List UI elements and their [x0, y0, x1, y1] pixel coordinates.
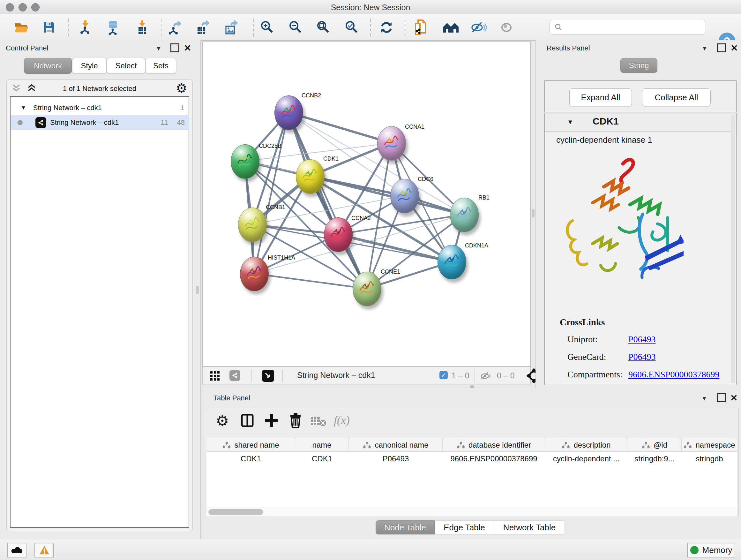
toolbar-search[interactable]	[549, 20, 706, 35]
table-cell[interactable]: P06493	[349, 452, 443, 466]
network-node-hist1h1a[interactable]	[240, 257, 269, 291]
open-session-button[interactable]	[13, 18, 30, 37]
table-cell[interactable]: stringdb	[682, 452, 737, 466]
search-input[interactable]	[566, 22, 701, 32]
network-type-icon[interactable]	[229, 370, 240, 381]
import-network-file-button[interactable]	[77, 18, 94, 37]
tab-network[interactable]: Network	[24, 58, 72, 74]
tab-string[interactable]: String	[620, 58, 657, 73]
control-panel-title: Control Panel	[6, 44, 48, 52]
export-table-button[interactable]	[194, 18, 212, 37]
warnings-button[interactable]	[35, 543, 54, 557]
zoom-in-button[interactable]	[258, 18, 276, 37]
save-session-button[interactable]	[40, 18, 58, 37]
main-toolbar: ?	[0, 14, 741, 41]
export-network-button[interactable]	[166, 18, 184, 37]
results-scrollbar[interactable]	[731, 115, 735, 383]
tab-style[interactable]: Style	[72, 58, 107, 74]
refresh-view-button[interactable]	[378, 18, 395, 37]
close-panel-icon[interactable]: ✕	[184, 43, 191, 53]
import-network-database-button[interactable]	[104, 18, 122, 37]
network-node-cdk1[interactable]	[296, 159, 325, 194]
network-canvas[interactable]: CCNB2CCNA1CDC25BCDK1CDC6RB1CCNB1CCNA2CDK…	[202, 42, 531, 367]
network-node-cdc6[interactable]	[390, 179, 419, 213]
table-options-gear-icon[interactable]: ⚙	[216, 412, 229, 429]
delete-table-icon	[310, 416, 327, 427]
network-options-gear-icon[interactable]: ⚙	[176, 81, 187, 96]
import-table-file-button[interactable]	[133, 18, 151, 37]
column-header--id[interactable]: @id	[627, 438, 682, 452]
delete-column-icon[interactable]	[288, 413, 302, 428]
table-cell[interactable]: cyclin-dependent ...	[545, 452, 627, 466]
float-panel-icon[interactable]: ▼	[702, 45, 708, 52]
crosslink-link[interactable]: 9606.ENSP00000378699	[628, 369, 719, 380]
tab-sets[interactable]: Sets	[145, 58, 176, 74]
network-node-ccnb1[interactable]	[238, 207, 267, 242]
column-header-namespace[interactable]: namespace	[682, 438, 737, 452]
float-panel-icon[interactable]: ▼	[701, 395, 707, 402]
gene-result-box: ▼ CDK1 cyclin-dependent kinase 1	[544, 113, 737, 385]
create-column-icon[interactable]	[264, 414, 278, 428]
tab-edge-table[interactable]: Edge Table	[434, 520, 494, 535]
network-list: ▼ String Network – cdk1 1 String Network…	[10, 96, 189, 528]
crosslink-link[interactable]: P06493	[628, 334, 656, 345]
crosslink-label: Compartments:	[567, 369, 623, 380]
float-panel-icon[interactable]: ▼	[156, 45, 161, 52]
memory-button[interactable]: Memory	[687, 543, 735, 557]
table-cell[interactable]: CDK1	[206, 452, 295, 466]
tab-node-table[interactable]: Node Table	[376, 520, 434, 535]
network-node-cdc25b[interactable]	[231, 144, 259, 179]
network-row[interactable]: String Network – cdk1 11 48	[10, 115, 189, 130]
zoom-fit-button[interactable]	[314, 18, 332, 37]
tab-network-table[interactable]: Network Table	[494, 520, 565, 535]
network-node-ccna1[interactable]	[377, 126, 406, 161]
left-splitter-handle[interactable]	[196, 286, 199, 294]
column-header-database-identifier[interactable]: database identifier	[443, 438, 545, 452]
column-header-canonical-name[interactable]: canonical name	[349, 438, 443, 452]
selected-checkbox-icon[interactable]: ✓	[440, 371, 448, 379]
column-header-description[interactable]: description	[545, 438, 627, 452]
column-header-name[interactable]: name	[295, 438, 349, 452]
network-node-cdkn1a[interactable]	[437, 245, 466, 279]
network-node-rb1[interactable]	[450, 198, 479, 232]
first-neighbors-button[interactable]	[442, 18, 460, 37]
table-cell[interactable]: stringdb:9...	[627, 452, 682, 466]
memory-status-dot	[690, 546, 698, 554]
gene-collapse-icon[interactable]: ▼	[567, 118, 574, 126]
cloud-status-button[interactable]	[7, 543, 26, 557]
collection-expanded-icon[interactable]: ▼	[21, 105, 26, 111]
network-node-ccna2[interactable]	[324, 217, 353, 252]
maximize-panel-icon[interactable]	[717, 44, 726, 52]
node-table[interactable]: shared nameCDK1nameCDK1canonical nameP06…	[206, 438, 737, 508]
network-node-ccne1[interactable]	[353, 272, 381, 306]
hide-selected-button[interactable]	[469, 18, 487, 37]
show-columns-icon[interactable]	[241, 414, 255, 428]
protein-ribbon-thumbnail	[455, 206, 473, 225]
close-panel-icon[interactable]: ✕	[731, 43, 738, 53]
node-label-cdc6: CDC6	[418, 176, 433, 183]
maximize-panel-icon[interactable]	[717, 393, 726, 402]
right-splitter-handle[interactable]	[532, 209, 535, 217]
birdseye-view-icon[interactable]	[262, 370, 274, 382]
collapse-all-button[interactable]: Collapse All	[642, 88, 711, 106]
table-hscrollbar-thumb[interactable]	[208, 509, 263, 515]
protein-ribbon-thumbnail	[244, 215, 261, 235]
table-cell[interactable]: CDK1	[295, 452, 349, 466]
show-all-button[interactable]	[497, 18, 515, 37]
tab-select[interactable]: Select	[107, 58, 145, 74]
maximize-panel-icon[interactable]	[171, 44, 179, 52]
expand-all-button[interactable]: Expand All	[569, 88, 632, 106]
close-panel-icon[interactable]: ✕	[730, 393, 738, 403]
grid-view-icon[interactable]	[210, 371, 220, 381]
zoom-out-button[interactable]	[286, 18, 305, 37]
network-from-selection-button[interactable]	[412, 18, 430, 37]
table-hscrollbar[interactable]	[206, 508, 737, 516]
export-image-button[interactable]	[222, 18, 240, 37]
network-collection-row[interactable]: ▼ String Network – cdk1 1	[10, 101, 189, 115]
table-cell[interactable]: 9606.ENSP00000378699	[443, 452, 545, 466]
zoom-selected-button[interactable]	[343, 18, 360, 37]
network-node-ccnb2[interactable]	[274, 96, 303, 130]
network-view-toolbar: String Network – cdk1 ✓ 1 – 0 0 – 0	[202, 367, 531, 384]
crosslink-link[interactable]: P06493	[628, 352, 656, 362]
column-header-shared-name[interactable]: shared name	[206, 438, 295, 452]
